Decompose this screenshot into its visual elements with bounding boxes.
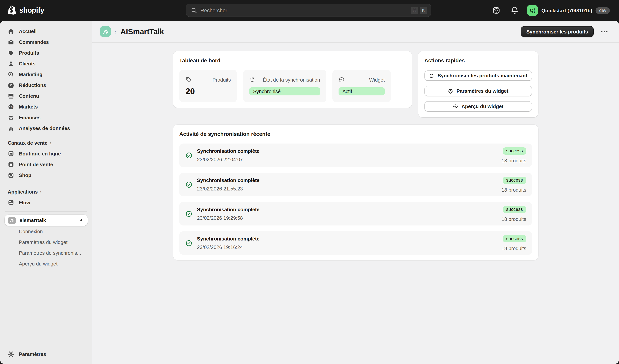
check-circle-icon: [185, 210, 192, 217]
chevron-right-icon: ›: [50, 140, 52, 146]
products-count: 20: [185, 86, 231, 97]
kbd-k: K: [420, 7, 427, 14]
breadcrumb-chevron-icon: ›: [115, 28, 117, 35]
gear-icon: [448, 88, 453, 94]
sidebar-item-analyses[interactable]: Analyses de données: [3, 123, 89, 134]
tag-icon: [8, 49, 14, 56]
sync-now-button[interactable]: Synchroniser les produits maintenant: [424, 70, 532, 81]
environment-badge: dev: [596, 7, 610, 14]
sidebar-subitem-parametres-widget[interactable]: Paramètres du widget: [0, 237, 92, 247]
screen: shopify Rechercher ⌘ K: [0, 0, 619, 364]
success-badge: success: [503, 147, 526, 154]
dashboard-card: Tableau de bord Produits 20: [173, 51, 412, 108]
sidebar-divider: [5, 211, 87, 212]
success-badge: success: [503, 206, 526, 213]
kbd-cmd: ⌘: [411, 7, 418, 14]
tag-outline-icon: [185, 77, 192, 83]
dashboard-tiles: Produits 20 État de la synchronisation S…: [179, 70, 406, 102]
account-menu[interactable]: Q( Quickstart (70f8101b) dev: [527, 5, 610, 16]
activity-card: Activité de synchronisation récente Sync…: [173, 125, 538, 260]
page-title: AISmartTalk: [120, 27, 164, 36]
check-circle-icon: [185, 239, 192, 246]
bell-icon: [511, 6, 519, 15]
sidebar-item-marketing[interactable]: Marketing: [3, 69, 89, 80]
sidebar-item-markets[interactable]: $ Markets: [3, 101, 89, 112]
active-dot: [80, 219, 82, 221]
page-header: › AISmartTalk Synchroniser les produits: [92, 21, 619, 43]
dashboard-title: Tableau de bord: [179, 57, 406, 63]
check-circle-icon: [185, 152, 192, 159]
sidebar-item-reductions[interactable]: Réductions: [3, 80, 89, 90]
notifications-button[interactable]: [509, 4, 521, 16]
aismarttalk-app-icon: [8, 216, 16, 224]
chevron-right-icon: ›: [40, 189, 42, 195]
storefront-icon: [8, 150, 14, 157]
success-badge: success: [503, 176, 526, 184]
orders-tray-icon: [8, 39, 14, 45]
topbar-right: Q( Quickstart (70f8101b) dev: [490, 4, 610, 16]
sidebar-item-aismarttalk[interactable]: aismarttalk: [5, 215, 88, 226]
activity-title: Activité de synchronisation récente: [179, 131, 532, 137]
activity-row-count: 18 produits: [502, 216, 526, 222]
aismarttalk-breadcrumb-icon[interactable]: [100, 26, 111, 37]
sidebar: Accueil Commandes Produits Clients Marke…: [0, 21, 92, 364]
quick-actions-card: Actions rapides Synchroniser les produit…: [418, 51, 538, 117]
svg-text:$: $: [11, 105, 12, 109]
sidebar-item-accueil[interactable]: Accueil: [3, 26, 89, 37]
home-icon: [8, 28, 14, 34]
synchroniser-produits-button[interactable]: Synchroniser les produits: [521, 26, 593, 37]
sync-icon: [429, 73, 435, 78]
pos-bag-icon: [8, 161, 14, 168]
bar-chart-icon: [8, 125, 14, 131]
sidebar-item-point-de-vente[interactable]: Point de vente: [3, 159, 89, 170]
topbar: shopify Rechercher ⌘ K: [0, 0, 619, 21]
sidebar-item-boutique-en-ligne[interactable]: Boutique en ligne: [3, 148, 89, 159]
sidebar-subitem-connexion[interactable]: Connexion: [0, 226, 92, 237]
shopify-wordmark: shopify: [19, 6, 44, 15]
sidebar-item-commandes[interactable]: Commandes: [3, 37, 89, 47]
sidebar-section-applications[interactable]: Applications ›: [0, 186, 92, 197]
sidebar-subitem-parametres-synchronisation[interactable]: Paramètres de synchronis...: [0, 247, 92, 258]
sidebar-subitem-apercu-widget[interactable]: Aperçu du widget: [0, 258, 92, 269]
activity-row-title: Synchronisation complète: [197, 236, 502, 242]
shopify-bag-icon: [8, 5, 17, 16]
shop-app-icon: [8, 172, 14, 178]
sidekick-face-icon: [492, 6, 501, 15]
gear-icon: [8, 351, 14, 357]
search-placeholder: Rechercher: [200, 8, 409, 13]
chat-bubble-icon: [338, 77, 345, 83]
sidebar-item-parametres[interactable]: Paramètres: [3, 349, 89, 359]
target-cursor-icon: [8, 71, 14, 78]
check-circle-icon: [185, 181, 192, 188]
sidebar-item-contenu[interactable]: Contenu: [3, 90, 89, 101]
image-icon: [8, 93, 14, 99]
widget-preview-button[interactable]: Aperçu du widget: [424, 101, 532, 112]
flow-nodes-icon: [8, 199, 14, 206]
activity-row: Synchronisation complète 23/02/2026 22:0…: [179, 143, 532, 167]
page-content: Tableau de bord Produits 20: [173, 51, 538, 260]
main-content: › AISmartTalk Synchroniser les produits …: [92, 21, 619, 364]
activity-row-title: Synchronisation complète: [197, 177, 502, 183]
sidebar-item-flow[interactable]: Flow: [3, 197, 89, 208]
sidekick-assistant-button[interactable]: [490, 4, 502, 16]
sidebar-section-canaux-de-vente[interactable]: Canaux de vente ›: [0, 137, 92, 148]
search-input[interactable]: Rechercher ⌘ K: [186, 4, 431, 17]
widget-settings-button[interactable]: Paramètres du widget: [424, 86, 532, 96]
activity-row: Synchronisation complète 23/02/2026 21:5…: [179, 173, 532, 196]
person-icon: [8, 60, 14, 67]
more-actions-button[interactable]: [600, 28, 608, 35]
shopify-logo: shopify: [8, 5, 44, 16]
activity-row-timestamp: 23/02/2026 21:55:23: [197, 186, 502, 192]
sidebar-item-produits[interactable]: Produits: [3, 47, 89, 58]
activity-row: Synchronisation complète 23/02/2026 19:1…: [179, 231, 532, 255]
account-avatar: Q(: [527, 5, 538, 16]
chat-bubble-icon: [453, 104, 458, 109]
sidebar-item-finances[interactable]: Finances: [3, 112, 89, 123]
sidebar-item-shop[interactable]: Shop: [3, 170, 89, 181]
activity-row-timestamp: 23/02/2026 19:29:58: [197, 215, 502, 221]
activity-row-count: 18 produits: [502, 245, 526, 251]
sidebar-item-clients[interactable]: Clients: [3, 58, 89, 69]
activity-row-title: Synchronisation complète: [197, 207, 502, 212]
sync-icon: [249, 77, 255, 83]
widget-status-badge: Actif: [338, 87, 385, 96]
